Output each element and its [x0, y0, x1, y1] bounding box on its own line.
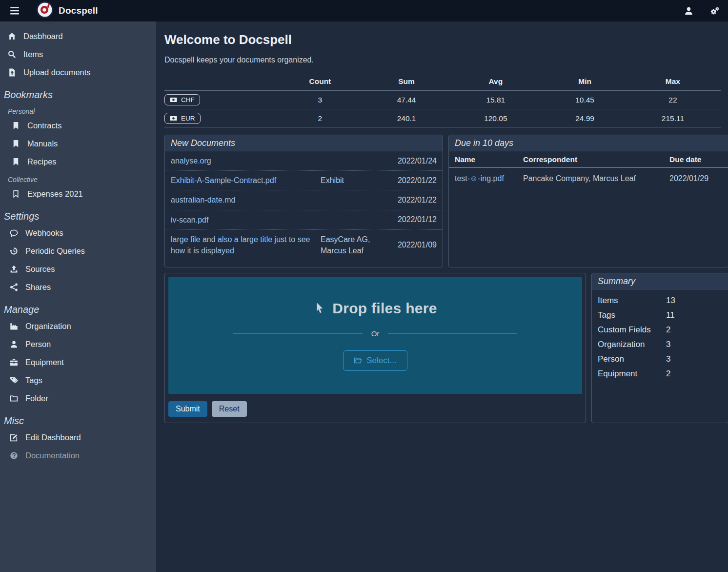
document-correspondent: EasyCare AG, Marcus Leaf	[321, 234, 394, 256]
stats-col-max: Max	[625, 76, 721, 91]
upload-icon	[10, 265, 18, 273]
person-icon	[10, 340, 18, 348]
app-title: Docspell	[59, 5, 98, 16]
summary-value: 3	[666, 354, 670, 364]
or-divider: Or	[233, 329, 518, 338]
sidebar-item-upload-documents[interactable]: Upload documents	[0, 63, 156, 82]
home-icon	[8, 32, 16, 41]
bookmark-label: Recipes	[27, 157, 57, 166]
reset-button[interactable]: Reset	[212, 401, 247, 417]
due-panel-title: Due in 10 days	[449, 135, 728, 151]
sidebar-item-documentation[interactable]: Documentation	[0, 447, 156, 465]
comment-icon	[10, 229, 18, 237]
submit-button[interactable]: Submit	[168, 401, 207, 417]
page-subtitle: Docspell keeps your documents organized.	[164, 56, 728, 64]
bookmark-recipes[interactable]: Recipes	[0, 153, 156, 171]
sidebar-item-equipment[interactable]: Equipment	[0, 353, 156, 371]
dropzone-title: Drop files here	[313, 300, 437, 317]
docspell-logo-icon	[36, 1, 54, 19]
stats-col-avg: Avg	[446, 76, 545, 91]
sidebar-item-sources[interactable]: Sources	[0, 260, 156, 278]
select-files-label: Select...	[366, 356, 396, 366]
sidebar-item-organization[interactable]: Organization	[0, 317, 156, 335]
stats-value: 2	[274, 109, 366, 128]
bookmark-icon	[12, 122, 20, 130]
sidebar-item-dashboard[interactable]: Dasbhoard	[0, 27, 156, 45]
summary-value: 13	[666, 296, 675, 306]
document-correspondent: Exhibit	[321, 175, 394, 186]
misc-section-title: Misc	[0, 408, 156, 429]
document-link[interactable]: Exhibit-A-Sample-Contract.pdf	[171, 175, 321, 186]
sidebar-item-webhooks[interactable]: Webhooks	[0, 224, 156, 242]
due-panel: Due in 10 days Name Correspondent Due da…	[448, 135, 728, 267]
sidebar-item-folder[interactable]: Folder	[0, 389, 156, 408]
sidebar: Dasbhoard Items Upload documents Bookmar…	[0, 21, 156, 572]
bookmarks-section-title: Bookmarks	[0, 82, 156, 102]
user-menu-button[interactable]	[683, 5, 694, 17]
industry-icon	[10, 322, 18, 330]
new-documents-panel: New Documents analyse.org 2022/01/24 Exh…	[164, 135, 443, 267]
menu-toggle-button[interactable]	[8, 4, 21, 18]
manage-section-title: Manage	[0, 296, 156, 317]
due-col-correspondent: Correspondent	[517, 151, 664, 167]
summary-row: Person 3	[592, 352, 728, 367]
summary-value: 11	[666, 310, 675, 320]
history-icon	[10, 247, 18, 255]
summary-label: Tags	[598, 310, 666, 320]
document-date: 2022/01/09	[398, 241, 437, 249]
due-date: 2022/01/29	[664, 167, 728, 187]
stats-col-currency	[164, 76, 274, 91]
file-dropzone[interactable]: Drop files here Or Select...	[168, 277, 582, 394]
summary-row: Tags 11	[592, 308, 728, 323]
money-bill-icon	[170, 96, 177, 103]
sidebar-item-label: Person	[25, 340, 51, 349]
stats-value: 10.45	[545, 91, 625, 109]
summary-row: Items 13	[592, 293, 728, 308]
sidebar-item-label: Documentation	[25, 451, 80, 460]
bookmark-label: Contracts	[27, 121, 62, 130]
bookmark-manuals[interactable]: Manuals	[0, 135, 156, 153]
summary-value: 3	[666, 340, 670, 349]
sidebar-item-label: Equipment	[25, 358, 64, 367]
divider-line	[388, 333, 517, 334]
main-content: Welcome to Docspell Docspell keeps your …	[156, 21, 728, 572]
summary-value: 2	[666, 325, 670, 335]
field-stats-table: Count Sum Avg Min Max CHF 3 47.	[164, 76, 721, 128]
file-upload-icon	[8, 68, 16, 77]
stats-value: 22	[625, 91, 721, 109]
summary-row: Custom Fields 2	[592, 323, 728, 337]
bookmark-expenses-2021[interactable]: Expenses 2021	[0, 185, 156, 203]
settings-section-title: Settings	[0, 203, 156, 224]
folder-icon	[10, 394, 18, 403]
document-link[interactable]: iv-scan.pdf	[171, 214, 321, 225]
edit-icon	[10, 433, 18, 442]
money-bill-icon	[170, 115, 177, 122]
document-link[interactable]: large file and also a large title just t…	[171, 234, 321, 256]
summary-label: Custom Fields	[598, 325, 666, 335]
due-document-link[interactable]: test-☺-ing.pdf	[449, 167, 517, 187]
sidebar-item-items[interactable]: Items	[0, 45, 156, 63]
sidebar-item-person[interactable]: Person	[0, 335, 156, 353]
cogs-icon	[710, 6, 719, 16]
document-link[interactable]: australian-date.md	[171, 194, 321, 205]
stats-col-sum: Sum	[366, 76, 446, 91]
share-icon	[10, 283, 18, 291]
settings-menu-button[interactable]	[709, 5, 720, 17]
document-link[interactable]: analyse.org	[171, 155, 321, 166]
sidebar-item-edit-dashboard[interactable]: Edit Dashboard	[0, 429, 156, 447]
document-date: 2022/01/22	[398, 196, 437, 204]
sidebar-item-label: Folder	[25, 394, 48, 403]
app-logo[interactable]	[36, 1, 54, 20]
sidebar-item-periodic-queries[interactable]: Periodic Queries	[0, 242, 156, 260]
select-files-button[interactable]: Select...	[343, 350, 407, 371]
bookmark-label: Expenses 2021	[27, 189, 83, 199]
bookmark-contracts[interactable]: Contracts	[0, 117, 156, 135]
stats-value: 47.44	[366, 91, 446, 109]
sidebar-item-tags[interactable]: Tags	[0, 371, 156, 389]
stats-value: 240.1	[366, 109, 446, 128]
sidebar-item-shares[interactable]: Shares	[0, 278, 156, 296]
summary-row: Equipment 2	[592, 367, 728, 381]
bookmark-icon	[12, 158, 20, 166]
bookmark-icon	[12, 140, 20, 148]
stats-value: 3	[274, 91, 366, 109]
